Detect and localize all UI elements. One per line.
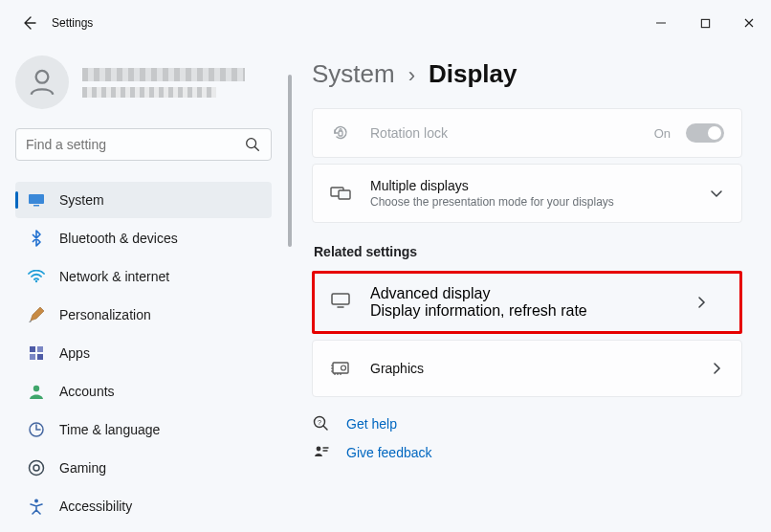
svg-rect-18 bbox=[332, 294, 349, 304]
card-title: Multiple displays bbox=[370, 178, 709, 193]
svg-rect-8 bbox=[30, 354, 35, 360]
svg-point-5 bbox=[35, 280, 37, 282]
card-multiple-displays[interactable]: Multiple displays Choose the presentatio… bbox=[312, 164, 742, 223]
minimize-button[interactable] bbox=[639, 0, 683, 46]
breadcrumb-parent[interactable]: System bbox=[312, 59, 395, 89]
sidebar: System Bluetooth & devices Network & int… bbox=[0, 46, 287, 532]
breadcrumb-separator: › bbox=[408, 63, 415, 88]
maximize-icon bbox=[700, 18, 711, 29]
user-text bbox=[82, 68, 272, 98]
person-icon bbox=[26, 66, 58, 99]
sidebar-item-label: Bluetooth & devices bbox=[59, 231, 260, 246]
svg-rect-17 bbox=[339, 190, 350, 199]
chevron-right-icon bbox=[694, 295, 709, 310]
user-header[interactable] bbox=[15, 55, 272, 109]
sidebar-item-bluetooth[interactable]: Bluetooth & devices bbox=[15, 220, 272, 256]
svg-point-23 bbox=[317, 447, 321, 452]
monitor-icon bbox=[27, 190, 46, 210]
back-arrow-icon bbox=[21, 15, 36, 31]
gpu-icon bbox=[330, 358, 351, 379]
page-title: Display bbox=[429, 59, 518, 89]
sidebar-item-system[interactable]: System bbox=[15, 182, 272, 218]
sidebar-item-apps[interactable]: Apps bbox=[15, 335, 272, 371]
wifi-icon bbox=[27, 267, 46, 286]
card-desc: Display information, refresh rate bbox=[370, 302, 587, 320]
breadcrumb: System › Display bbox=[312, 59, 742, 89]
svg-rect-4 bbox=[33, 205, 39, 207]
main-pane: System › Display Rotation lock On Multip… bbox=[293, 46, 771, 532]
get-help-link[interactable]: Get help bbox=[346, 416, 397, 432]
card-advanced-display[interactable]: Advanced display Display information, re… bbox=[315, 274, 663, 331]
svg-point-20 bbox=[341, 366, 346, 370]
rotation-lock-icon bbox=[330, 122, 351, 144]
sidebar-item-label: Accessibility bbox=[59, 499, 260, 514]
svg-text:?: ? bbox=[318, 419, 321, 426]
svg-point-2 bbox=[247, 139, 256, 148]
sidebar-item-label: Network & internet bbox=[59, 269, 260, 284]
sidebar-item-label: Gaming bbox=[59, 460, 260, 476]
svg-point-10 bbox=[33, 386, 39, 391]
sidebar-item-accounts[interactable]: Accounts bbox=[15, 373, 272, 410]
sidebar-item-label: Time & language bbox=[59, 422, 260, 437]
scrollbar-handle[interactable] bbox=[288, 75, 292, 247]
get-help-row[interactable]: ? Get help bbox=[312, 414, 742, 433]
sidebar-item-personalization[interactable]: Personalization bbox=[15, 297, 272, 333]
svg-point-12 bbox=[30, 461, 44, 476]
svg-point-1 bbox=[36, 71, 49, 83]
apps-icon bbox=[27, 344, 46, 363]
brush-icon bbox=[27, 305, 46, 324]
feedback-icon bbox=[312, 443, 331, 462]
multiple-displays-icon bbox=[330, 183, 351, 204]
toggle-state-label: On bbox=[654, 126, 671, 141]
svg-rect-7 bbox=[37, 346, 43, 352]
search-icon bbox=[244, 136, 261, 153]
close-icon bbox=[743, 17, 755, 29]
sidebar-item-accessibility[interactable]: Accessibility bbox=[15, 488, 272, 524]
search-input[interactable] bbox=[26, 137, 244, 152]
close-button[interactable] bbox=[727, 0, 771, 46]
titlebar: Settings bbox=[0, 0, 771, 46]
accessibility-icon bbox=[27, 497, 46, 516]
card-graphics[interactable]: Graphics bbox=[312, 340, 742, 397]
maximize-button[interactable] bbox=[683, 0, 727, 46]
svg-point-14 bbox=[34, 499, 38, 503]
card-title: Graphics bbox=[370, 361, 709, 376]
sidebar-nav: System Bluetooth & devices Network & int… bbox=[15, 182, 272, 524]
svg-rect-3 bbox=[29, 194, 44, 204]
card-rotation-lock: Rotation lock On bbox=[312, 108, 742, 158]
sidebar-item-label: System bbox=[59, 192, 260, 208]
svg-rect-15 bbox=[339, 131, 342, 136]
sidebar-item-label: Accounts bbox=[59, 384, 260, 399]
avatar bbox=[15, 55, 69, 109]
sidebar-item-network[interactable]: Network & internet bbox=[15, 258, 272, 295]
account-icon bbox=[27, 382, 46, 401]
gaming-icon bbox=[27, 458, 46, 477]
user-name-redacted bbox=[82, 68, 245, 81]
section-related-settings: Related settings bbox=[314, 244, 742, 259]
sidebar-item-label: Apps bbox=[59, 345, 260, 361]
window-controls bbox=[639, 0, 771, 46]
svg-rect-9 bbox=[37, 354, 43, 360]
minimize-icon bbox=[655, 17, 667, 29]
svg-point-13 bbox=[33, 465, 39, 471]
card-desc: Choose the presentation mode for your di… bbox=[370, 195, 709, 209]
svg-rect-0 bbox=[701, 19, 709, 27]
globe-clock-icon bbox=[27, 420, 46, 439]
chevron-right-icon bbox=[709, 361, 724, 376]
rotation-lock-toggle bbox=[686, 123, 724, 143]
bluetooth-icon bbox=[27, 229, 46, 248]
give-feedback-link[interactable]: Give feedback bbox=[346, 445, 432, 460]
back-button[interactable] bbox=[19, 13, 38, 33]
card-title: Rotation lock bbox=[370, 125, 654, 141]
help-icon: ? bbox=[312, 414, 331, 433]
give-feedback-row[interactable]: Give feedback bbox=[312, 443, 742, 462]
app-title: Settings bbox=[52, 16, 93, 30]
search-box[interactable] bbox=[15, 128, 272, 161]
display-icon bbox=[330, 292, 351, 313]
sidebar-item-label: Personalization bbox=[59, 307, 260, 322]
sidebar-item-time-language[interactable]: Time & language bbox=[15, 411, 272, 448]
sidebar-item-gaming[interactable]: Gaming bbox=[15, 450, 272, 486]
card-title: Advanced display bbox=[370, 285, 587, 302]
user-email-redacted bbox=[82, 87, 216, 98]
chevron-down-icon bbox=[709, 186, 724, 201]
